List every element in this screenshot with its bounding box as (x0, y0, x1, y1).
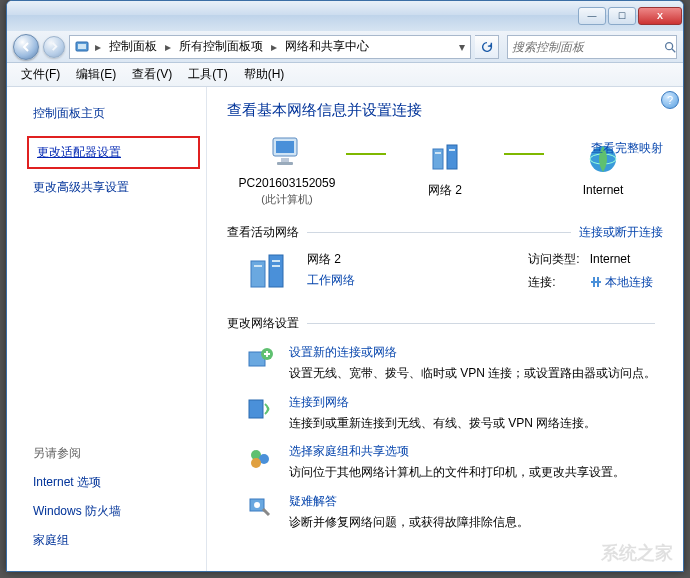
setting-connect-network: 连接到网络 连接到或重新连接到无线、有线、拨号或 VPN 网络连接。 (245, 394, 663, 432)
svg-rect-17 (272, 260, 280, 262)
highlighted-adapter-link: 更改适配器设置 (27, 136, 200, 169)
menu-tools[interactable]: 工具(T) (180, 63, 235, 86)
watermark: 系统之家 (601, 541, 673, 565)
setting-homegroup: 选择家庭组和共享选项 访问位于其他网络计算机上的文件和打印机，或更改共享设置。 (245, 443, 663, 481)
network-icon (425, 141, 465, 179)
active-network-name: 网络 2 (307, 252, 341, 266)
refresh-button[interactable] (475, 35, 499, 59)
change-advanced-sharing-link[interactable]: 更改高级共享设置 (33, 179, 194, 196)
setting-link[interactable]: 设置新的连接或网络 (289, 344, 656, 361)
control-panel-icon (74, 39, 90, 55)
see-also-internet-options[interactable]: Internet 选项 (33, 474, 194, 491)
menu-file[interactable]: 文件(F) (13, 63, 68, 86)
svg-rect-9 (447, 145, 457, 169)
breadcrumb-item[interactable]: 网络和共享中心 (282, 36, 372, 57)
svg-rect-18 (272, 265, 280, 267)
map-node-label: Internet (583, 183, 624, 199)
connection-line-icon (346, 153, 386, 155)
svg-point-27 (251, 458, 261, 468)
map-node-sublabel: (此计算机) (261, 192, 312, 206)
connect-network-icon (245, 394, 275, 424)
svg-line-3 (672, 48, 676, 52)
svg-rect-7 (277, 162, 293, 165)
connection-status-icon (590, 275, 605, 289)
map-node-label: PC201603152059 (239, 176, 336, 192)
setting-troubleshoot: 疑难解答 诊断并修复网络问题，或获得故障排除信息。 (245, 493, 663, 531)
setting-desc: 访问位于其他网络计算机上的文件和打印机，或更改共享设置。 (289, 464, 625, 481)
troubleshoot-icon (245, 493, 275, 523)
active-network-row: 网络 2 工作网络 访问类型: Internet 连接: 本地连接 (245, 251, 663, 297)
setting-link[interactable]: 连接到网络 (289, 394, 596, 411)
setting-desc: 设置无线、宽带、拨号、临时或 VPN 连接；或设置路由器或访问点。 (289, 365, 656, 382)
nav-back-button[interactable] (13, 34, 39, 60)
svg-rect-10 (435, 152, 441, 154)
setting-new-connection: 设置新的连接或网络 设置无线、宽带、拨号、临时或 VPN 连接；或设置路由器或访… (245, 344, 663, 382)
access-type-label: 访问类型: (528, 251, 586, 268)
change-adapter-settings-link[interactable]: 更改适配器设置 (33, 143, 125, 161)
main-pane: ? 查看基本网络信息并设置连接 查看完整映射 PC201603152059 (此… (207, 87, 683, 571)
map-node-label: 网络 2 (428, 183, 462, 199)
minimize-button[interactable]: — (578, 7, 606, 25)
network-large-icon (245, 251, 293, 295)
breadcrumb-item[interactable]: 所有控制面板项 (176, 36, 266, 57)
section-title: 查看活动网络 (227, 224, 299, 241)
page-title: 查看基本网络信息并设置连接 (227, 101, 663, 120)
titlebar[interactable]: — ☐ X (7, 1, 683, 31)
connection-line-icon (504, 153, 544, 155)
svg-rect-11 (449, 149, 455, 151)
maximize-button[interactable]: ☐ (608, 7, 636, 25)
section-title: 更改网络设置 (227, 315, 299, 332)
menu-view[interactable]: 查看(V) (124, 63, 180, 86)
chevron-right-icon[interactable]: ▸ (162, 40, 174, 54)
menu-help[interactable]: 帮助(H) (236, 63, 293, 86)
search-input[interactable] (512, 40, 663, 54)
access-details: 访问类型: Internet 连接: 本地连接 (528, 251, 653, 297)
change-settings-header: 更改网络设置 (227, 315, 663, 332)
svg-rect-15 (269, 255, 283, 287)
help-button[interactable]: ? (661, 91, 679, 109)
menu-edit[interactable]: 编辑(E) (68, 63, 124, 86)
view-full-map-link[interactable]: 查看完整映射 (591, 140, 663, 157)
address-bar: ▸ 控制面板 ▸ 所有控制面板项 ▸ 网络和共享中心 ▾ (7, 31, 683, 63)
svg-rect-21 (591, 281, 601, 283)
window: — ☐ X ▸ 控制面板 ▸ 所有控制面板项 ▸ 网络和共享中心 ▾ (6, 0, 684, 572)
setting-link[interactable]: 选择家庭组和共享选项 (289, 443, 625, 460)
menu-bar: 文件(F) 编辑(E) 查看(V) 工具(T) 帮助(H) (7, 63, 683, 87)
close-button[interactable]: X (638, 7, 682, 25)
connection-label: 连接: (528, 274, 586, 291)
search-icon[interactable] (663, 40, 677, 54)
active-networks-header: 查看活动网络 连接或断开连接 (227, 224, 663, 241)
svg-rect-24 (249, 400, 263, 418)
access-type-value: Internet (590, 252, 631, 266)
setting-desc: 诊断并修复网络问题，或获得故障排除信息。 (289, 514, 529, 531)
see-also-firewall[interactable]: Windows 防火墙 (33, 503, 194, 520)
sidebar: 控制面板主页 更改适配器设置 更改高级共享设置 另请参阅 Internet 选项… (7, 87, 207, 571)
connect-disconnect-link[interactable]: 连接或断开连接 (579, 224, 663, 241)
search-box[interactable] (507, 35, 677, 59)
breadcrumb-dropdown[interactable]: ▾ (454, 40, 470, 54)
new-connection-icon (245, 344, 275, 374)
local-connection-link[interactable]: 本地连接 (605, 275, 653, 289)
svg-rect-5 (276, 141, 294, 153)
breadcrumb-item[interactable]: 控制面板 (106, 36, 160, 57)
svg-point-29 (254, 502, 260, 508)
content: 控制面板主页 更改适配器设置 更改高级共享设置 另请参阅 Internet 选项… (7, 87, 683, 571)
sidebar-home-link[interactable]: 控制面板主页 (33, 105, 194, 122)
network-map: 查看完整映射 PC201603152059 (此计算机) 网络 2 (227, 134, 663, 206)
see-also-header: 另请参阅 (33, 445, 194, 462)
map-node-network[interactable]: 网络 2 (390, 141, 500, 199)
network-type-link[interactable]: 工作网络 (307, 272, 355, 289)
chevron-right-icon[interactable]: ▸ (92, 40, 104, 54)
nav-forward-button[interactable] (43, 36, 65, 58)
see-also-homegroup[interactable]: 家庭组 (33, 532, 194, 549)
chevron-right-icon[interactable]: ▸ (268, 40, 280, 54)
map-node-pc[interactable]: PC201603152059 (此计算机) (232, 134, 342, 206)
see-also: 另请参阅 Internet 选项 Windows 防火墙 家庭组 (33, 445, 194, 561)
svg-rect-14 (251, 261, 265, 287)
homegroup-icon (245, 443, 275, 473)
svg-rect-16 (254, 265, 262, 267)
svg-rect-1 (78, 44, 86, 49)
breadcrumb[interactable]: ▸ 控制面板 ▸ 所有控制面板项 ▸ 网络和共享中心 ▾ (69, 35, 471, 59)
computer-icon (267, 134, 307, 172)
setting-link[interactable]: 疑难解答 (289, 493, 529, 510)
